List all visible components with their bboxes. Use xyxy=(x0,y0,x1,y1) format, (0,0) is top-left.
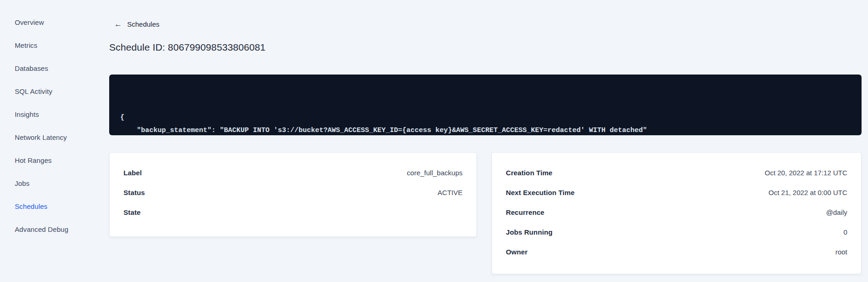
detail-value: root xyxy=(835,248,847,256)
backup-statement-code-block: { "backup_statement": "BACKUP INTO 's3:/… xyxy=(109,75,862,135)
back-arrow-icon: ← xyxy=(114,20,122,28)
sidebar-item[interactable]: Metrics xyxy=(0,34,94,57)
sidebar-item[interactable]: Databases xyxy=(0,57,94,80)
detail-value: @daily xyxy=(826,208,847,217)
sidebar-item-label: Hot Ranges xyxy=(15,156,52,164)
detail-value: 0 xyxy=(844,228,847,236)
detail-row: Label core_full_backups xyxy=(123,169,463,177)
sidebar-item[interactable]: Schedules xyxy=(0,195,94,218)
detail-label: Creation Time xyxy=(506,169,552,177)
sidebar-item[interactable]: Jobs xyxy=(0,172,94,195)
detail-row: Owner root xyxy=(506,248,847,256)
detail-value: core_full_backups xyxy=(407,169,463,177)
detail-label: Next Execution Time xyxy=(506,189,575,197)
detail-value: Oct 20, 2022 at 17:12 UTC xyxy=(765,169,847,177)
sidebar-item-label: SQL Activity xyxy=(15,87,53,95)
sidebar-item[interactable]: Overview xyxy=(0,11,94,34)
sidebar-item[interactable]: Network Latency xyxy=(0,126,94,149)
detail-row: Creation Time Oct 20, 2022 at 17:12 UTC xyxy=(506,169,847,177)
detail-row: Recurrence @daily xyxy=(506,208,847,217)
detail-row: State xyxy=(123,208,463,217)
sidebar-item-label: Overview xyxy=(15,18,44,26)
schedule-timing-card: Creation Time Oct 20, 2022 at 17:12 UTC … xyxy=(492,152,862,274)
sidebar-item[interactable]: SQL Activity xyxy=(0,80,94,103)
back-link-label: Schedules xyxy=(127,20,159,28)
sidebar: Overview Metrics Databases SQL Activity … xyxy=(0,0,94,282)
schedule-detail-page: ← Schedules Schedule ID: 806799098533806… xyxy=(109,0,862,282)
sidebar-item-label: Network Latency xyxy=(15,133,67,141)
detail-value: Oct 21, 2022 at 0:00 UTC xyxy=(768,189,847,197)
back-to-schedules-link[interactable]: ← Schedules xyxy=(114,20,159,28)
sidebar-item-label: Databases xyxy=(15,64,48,72)
code-line: { xyxy=(120,111,850,124)
sidebar-item-label: Schedules xyxy=(15,202,47,210)
sidebar-item-label: Metrics xyxy=(15,41,37,49)
sidebar-item[interactable]: Insights xyxy=(0,103,94,126)
detail-label: State xyxy=(123,208,141,217)
sidebar-item-label: Jobs xyxy=(15,179,29,187)
detail-value: ACTIVE xyxy=(438,189,463,197)
detail-label: Status xyxy=(123,189,145,197)
sidebar-item[interactable]: Hot Ranges xyxy=(0,149,94,172)
sidebar-item[interactable]: Advanced Debug xyxy=(0,218,94,241)
detail-label: Label xyxy=(123,169,142,177)
detail-label: Recurrence xyxy=(506,208,545,217)
detail-row: Jobs Running 0 xyxy=(506,228,847,236)
detail-label: Owner xyxy=(506,248,528,256)
sidebar-item-label: Insights xyxy=(15,110,39,118)
schedule-status-card: Label core_full_backups Status ACTIVE St… xyxy=(109,152,477,237)
page-title: Schedule ID: 806799098533806081 xyxy=(109,42,265,53)
sidebar-item-label: Advanced Debug xyxy=(15,225,69,233)
detail-label: Jobs Running xyxy=(506,228,552,236)
code-line: "backup_statement": "BACKUP INTO 's3://b… xyxy=(120,124,850,135)
detail-row: Status ACTIVE xyxy=(123,189,463,197)
detail-row: Next Execution Time Oct 21, 2022 at 0:00… xyxy=(506,189,847,197)
detail-cards-row: Label core_full_backups Status ACTIVE St… xyxy=(109,152,862,274)
